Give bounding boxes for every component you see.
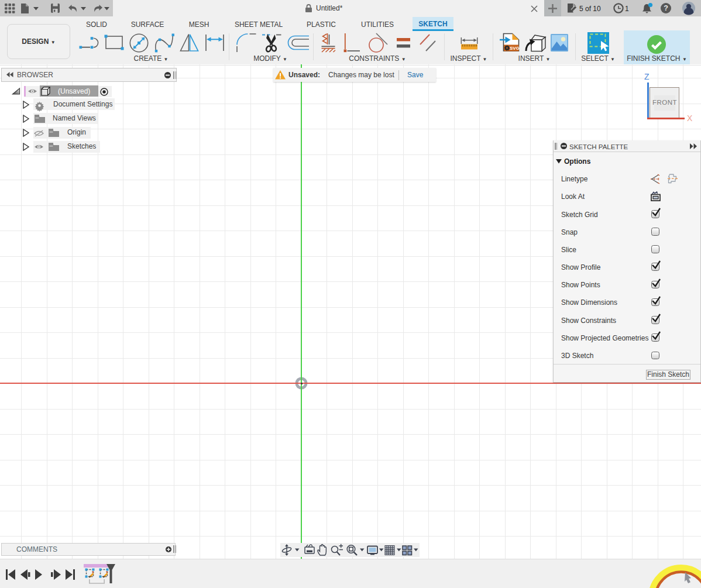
svg-text:SVG: SVG [510, 46, 520, 51]
svg-text:?: ? [664, 4, 668, 12]
